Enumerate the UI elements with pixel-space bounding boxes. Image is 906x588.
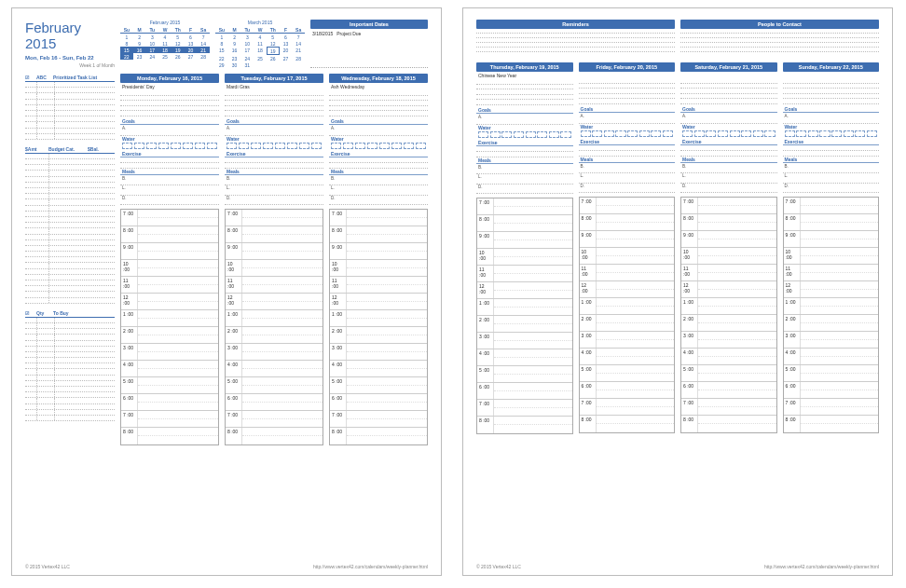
time-label: 8 :00 xyxy=(784,416,801,432)
page-left: February 2015 Mon, Feb 16 - Sun, Feb 22 … xyxy=(11,7,442,576)
time-label: 9 :00 xyxy=(784,231,801,247)
time-label: 11 :00 xyxy=(681,265,698,280)
time-label: 10 :00 xyxy=(681,248,698,264)
mini-cal-title: March 2015 xyxy=(215,20,305,25)
day-column: Friday, February 20, 2015GoalsA.WaterExe… xyxy=(579,62,676,434)
time-label: 5 :00 xyxy=(784,365,801,381)
day-header: Saturday, February 21, 2015 xyxy=(680,62,777,72)
time-label: 3 :00 xyxy=(330,344,347,360)
day-header: Wednesday, February 18, 2015 xyxy=(329,74,428,83)
mini-cal-feb: February 2015 SuMTuWThFSa123456789101112… xyxy=(120,20,210,68)
time-label: 6 :00 xyxy=(477,383,494,399)
goals-label: Goals xyxy=(680,106,777,113)
task-list-box: ☑ ABC Prioritized Task List xyxy=(25,74,115,140)
exercise-label: Exercise xyxy=(783,139,880,145)
time-label: 7 :00 xyxy=(226,210,242,226)
time-label: 6 :00 xyxy=(681,382,698,398)
time-label: 11 :00 xyxy=(477,266,494,281)
time-label: 10 :00 xyxy=(330,260,347,276)
time-label: 11 :00 xyxy=(330,277,347,293)
time-label: 5 :00 xyxy=(226,377,242,393)
meals-label: Meals xyxy=(120,169,219,175)
time-label: 12 :00 xyxy=(477,282,494,298)
time-label: 8 :00 xyxy=(121,226,138,242)
schedule: 7 :008 :009 :0010 :0011 :0012 :001 :002 … xyxy=(476,198,573,434)
time-label: 11 :00 xyxy=(580,265,597,280)
exercise-label: Exercise xyxy=(476,140,573,146)
content-left: ☑ ABC Prioritized Task List $Amt Budget … xyxy=(25,74,428,445)
time-label: 1 :00 xyxy=(121,310,138,326)
time-label: 1 :00 xyxy=(681,298,698,314)
time-label: 1 :00 xyxy=(580,298,597,314)
reminders-box: Reminders xyxy=(476,20,675,57)
people-box: People to Contact xyxy=(680,20,879,57)
time-label: 8 :00 xyxy=(330,428,347,444)
time-label: 8 :00 xyxy=(580,416,597,432)
time-label: 8 :00 xyxy=(121,428,138,444)
reminders-header: Reminders xyxy=(476,20,675,29)
time-label: 8 :00 xyxy=(477,215,494,231)
col-check: ☑ xyxy=(25,310,36,316)
task-lines xyxy=(25,82,115,140)
footer-copyright: © 2015 Vertex42 LLC xyxy=(476,564,521,569)
day-header: Friday, February 20, 2015 xyxy=(579,62,676,72)
exercise-label: Exercise xyxy=(329,151,428,157)
time-label: 12 :00 xyxy=(330,294,347,309)
footer-right: © 2015 Vertex42 LLC http://www.vertex42.… xyxy=(476,564,879,569)
time-label: 8 :00 xyxy=(681,416,698,432)
goals-label: Goals xyxy=(579,106,676,113)
time-label: 5 :00 xyxy=(477,366,494,382)
time-label: 9 :00 xyxy=(681,231,698,247)
time-label: 4 :00 xyxy=(681,349,698,364)
important-dates-body: 3/18/2015 Project Due xyxy=(310,29,428,68)
time-label: 2 :00 xyxy=(121,327,138,343)
time-label: 4 :00 xyxy=(477,349,494,365)
day-event: Chinese New Year xyxy=(476,72,573,79)
time-label: 12 :00 xyxy=(226,294,242,309)
time-label: 11 :00 xyxy=(226,277,242,293)
time-label: 12 :00 xyxy=(784,281,801,297)
goals-label: Goals xyxy=(476,107,573,114)
footer-url: http://www.vertex42.com/calendars/weekly… xyxy=(313,564,428,569)
imp-text: Project Due xyxy=(336,31,361,36)
time-label: 2 :00 xyxy=(681,315,698,331)
time-label: 6 :00 xyxy=(330,394,347,410)
time-label: 4 :00 xyxy=(226,361,242,376)
time-label: 3 :00 xyxy=(784,332,801,348)
time-label: 3 :00 xyxy=(580,332,597,348)
time-label: 2 :00 xyxy=(477,316,494,332)
week-label: Week 1 of Month xyxy=(25,62,115,68)
day-column: Tuesday, February 17, 2015Mardi GrasGoal… xyxy=(225,74,323,445)
budget-lines xyxy=(25,154,115,304)
time-label: 8 :00 xyxy=(784,214,801,230)
time-label: 9 :00 xyxy=(121,243,138,259)
day-column: Saturday, February 21, 2015GoalsA.WaterE… xyxy=(680,62,777,434)
mini-cal-grid: SuMTuWThFSa12345678910111213141516171819… xyxy=(120,26,210,61)
time-label: 10 :00 xyxy=(580,248,597,264)
col-title: To Buy xyxy=(53,310,115,316)
time-label: 8 :00 xyxy=(681,214,698,230)
schedule: 7 :008 :009 :0010 :0011 :0012 :001 :002 … xyxy=(680,197,777,433)
time-label: 3 :00 xyxy=(121,344,138,360)
day-column: Monday, February 16, 2015Presidents' Day… xyxy=(120,74,219,445)
time-label: 3 :00 xyxy=(477,333,494,349)
col-cat: Budget Cat. xyxy=(48,146,88,152)
time-label: 1 :00 xyxy=(784,298,801,314)
day-event xyxy=(579,72,676,78)
col-bal: $Bal. xyxy=(88,146,115,152)
reminders-body xyxy=(476,29,675,57)
time-label: 10 :00 xyxy=(226,260,242,276)
footer-left: © 2015 Vertex42 LLC http://www.vertex42.… xyxy=(25,564,428,569)
exercise-label: Exercise xyxy=(120,151,219,157)
time-label: 11 :00 xyxy=(121,277,138,293)
time-label: 7 :00 xyxy=(580,198,597,213)
time-label: 7 :00 xyxy=(580,399,597,415)
goals-label: Goals xyxy=(329,118,428,125)
time-label: 8 :00 xyxy=(330,226,347,242)
time-label: 3 :00 xyxy=(681,332,698,348)
time-label: 12 :00 xyxy=(121,294,138,309)
time-label: 7 :00 xyxy=(121,411,138,427)
exercise-label: Exercise xyxy=(680,139,777,145)
people-body xyxy=(680,29,879,57)
right-top: Reminders People to Contact xyxy=(476,20,879,57)
